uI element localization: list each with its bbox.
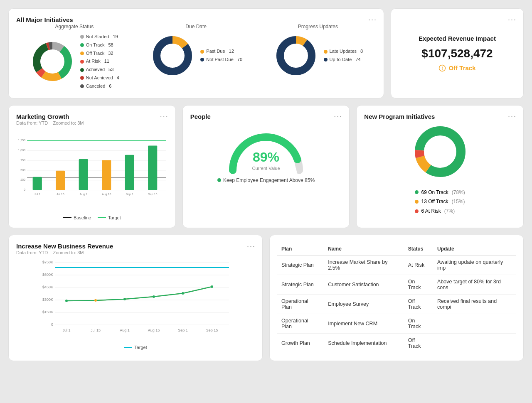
people-card: People ··· 89% Current Value Keep E [182,105,350,228]
col-update: Update [433,243,516,256]
svg-text:Aug 15: Aug 15 [148,328,160,332]
people-value: 89% [252,150,280,165]
baseline-label: Baseline [74,215,91,220]
program-donut-section: 69 On Track(78%) 13 Off Track(15%) 6 At … [364,120,516,216]
revenue-chart-menu[interactable]: ··· [247,242,256,251]
marketing-menu[interactable]: ··· [160,112,169,121]
marketing-growth-card: Marketing Growth ··· Data from: YTD Zoom… [8,105,176,228]
revenue-status: Off Track [438,64,475,72]
cell-status: At Risk [404,255,433,275]
cell-status: Off Track [404,333,433,353]
cell-name: Schedule Implementation [324,333,404,353]
progress-legend: Late Updates8 Up-to-Date74 [324,47,363,64]
svg-point-69 [182,292,184,295]
cell-status: On Track [404,275,433,294]
svg-text:750: 750 [20,158,25,162]
people-title: People [190,113,211,120]
revenue-line-chart: $750K $600K $450K $300K $150K 0 [16,258,255,342]
new-program-title: New Program Initiatives [364,113,435,120]
table-row: Strategic Plan Increase Market Share by … [277,255,516,275]
people-menu[interactable]: ··· [334,112,342,121]
table-row: Operational Plan Employee Survey Off Tra… [277,294,516,314]
table-row: Growth Plan Schedule Implementation Off … [277,333,516,353]
svg-rect-38 [125,155,134,190]
program-donut-chart [409,120,471,183]
svg-text:$600K: $600K [42,273,53,277]
svg-text:0: 0 [24,188,25,192]
svg-text:Sep 15: Sep 15 [148,193,158,196]
svg-text:Aug 15: Aug 15 [102,193,111,196]
svg-rect-39 [148,145,157,190]
marketing-data-from: Data from: YTD [16,120,48,125]
revenue-amount: $107,528,472 [421,47,493,60]
svg-point-70 [211,285,213,288]
cell-name: Implement New CRM [324,314,404,333]
cell-status: On Track [404,314,433,333]
svg-point-67 [123,298,126,300]
revenue-menu[interactable]: ··· [508,15,517,24]
revenue-status-text: Off Track [448,64,475,71]
svg-rect-36 [79,159,88,190]
marketing-legend: Baseline Target [16,215,168,220]
svg-text:Aug 1: Aug 1 [120,328,130,332]
svg-text:0: 0 [51,322,53,327]
program-legend: 69 On Track(78%) 13 Off Track(15%) 6 At … [415,188,465,216]
row3: Increase New Business Revenue ··· Data f… [8,235,524,361]
revenue-chart-card: Increase New Business Revenue ··· Data f… [8,235,263,361]
revenue-title: Expected Revenue Impact [419,35,496,42]
svg-point-66 [94,299,97,302]
aggregate-donut-wrapper: Not Started19 On Track58 Off Track32 At … [30,33,119,91]
table-row: Strategic Plan Customer Satisfaction On … [277,275,516,294]
initiatives-title: All Major Initiatives [16,16,73,23]
col-status: Status [404,243,433,256]
aggregate-legend: Not Started19 On Track58 Off Track32 At … [80,33,119,91]
marketing-chart-svg: 1,250 1,000 750 500 250 0 [16,129,168,212]
svg-rect-37 [102,160,111,190]
svg-point-16 [284,44,308,67]
cell-update: Received final results and compi [433,294,516,314]
svg-text:1,000: 1,000 [18,149,25,152]
cell-plan: Operational Plan [277,294,324,314]
due-date-donut-chart [150,33,195,79]
svg-point-8 [41,50,64,73]
svg-text:Jul 15: Jul 15 [57,193,64,196]
cell-name: Employee Survey [324,294,404,314]
progress-donut-chart [273,33,319,79]
svg-text:Jul 15: Jul 15 [91,328,101,332]
svg-text:Sep 1: Sep 1 [178,328,188,332]
svg-text:Aug 1: Aug 1 [79,193,87,196]
target-label: Target [108,215,121,220]
cell-name: Customer Satisfaction [324,275,404,294]
revenue-zoomed: Zoomed to: 3M [53,250,84,255]
revenue-chart-legend: Target [16,345,255,350]
svg-point-12 [161,44,184,67]
svg-point-65 [65,300,68,302]
svg-text:1,250: 1,250 [18,139,25,142]
svg-text:$750K: $750K [42,260,53,264]
aggregate-status-section: Aggregate Status [30,24,119,91]
revenue-chart-meta: Data from: YTD Zoomed to: 3M [16,250,255,255]
aggregate-donut-chart [30,39,75,84]
svg-text:Jul 1: Jul 1 [62,328,70,332]
plans-table: Plan Name Status Update Strategic Plan I… [277,243,516,353]
people-goal-text: Keep Employee Engagement Above 85% [223,177,315,183]
plans-table-card: Plan Name Status Update Strategic Plan I… [269,235,524,361]
cell-update [433,314,516,333]
people-gauge: 89% Current Value Keep Employee Engageme… [190,125,342,183]
new-program-menu[interactable]: ··· [508,112,517,121]
cell-update: Above target of 80% for 3rd cons [433,275,516,294]
cell-plan: Growth Plan [277,333,324,353]
svg-rect-34 [33,177,42,190]
cell-update: Awaiting update on quarterly imp [433,255,516,275]
svg-text:$150K: $150K [42,310,53,314]
initiatives-menu[interactable]: ··· [368,15,377,24]
revenue-data-from: Data from: YTD [16,250,48,255]
due-date-label: Due Date [185,24,207,29]
cell-status: Off Track [404,294,433,314]
cell-update [433,333,516,353]
row2: Marketing Growth ··· Data from: YTD Zoom… [8,105,524,228]
svg-text:250: 250 [20,178,25,182]
svg-point-51 [424,136,456,167]
svg-text:Sep 1: Sep 1 [126,193,133,196]
svg-text:Jul 1: Jul 1 [34,193,40,196]
